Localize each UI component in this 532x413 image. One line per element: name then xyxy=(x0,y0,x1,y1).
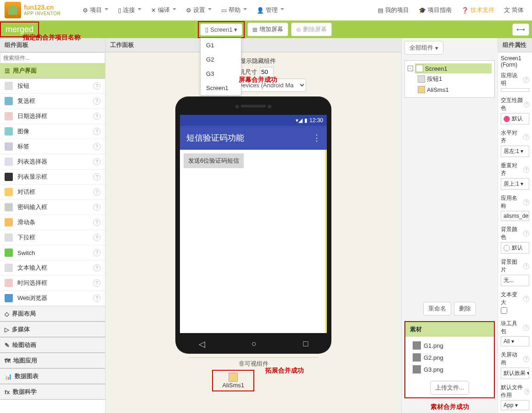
app-body: 发送6位验证码短信 xyxy=(180,150,327,333)
palette-item-button[interactable]: 按钮? xyxy=(0,79,105,94)
palette-item-textbox[interactable]: 文本输入框? xyxy=(0,260,105,276)
screen-option-g3[interactable]: G3 xyxy=(201,67,241,81)
top-navbar: fun123.cn APP INVENTOR ⚙ 项目 ▯ 连接 ✕ 编译 ⚙ … xyxy=(0,0,532,21)
status-time: 12:30 xyxy=(309,117,323,124)
media-item-g2[interactable]: G2.png xyxy=(408,351,491,363)
all-components-button[interactable]: 全部组件 ▾ xyxy=(404,41,443,55)
property-label: 背景图片 ? xyxy=(501,258,529,274)
property-label: 关屏动画 ? xyxy=(501,351,529,367)
palette-item-webviewer[interactable]: Web浏览器? xyxy=(0,291,105,306)
palette-item-listpicker[interactable]: 列表选择器? xyxy=(0,154,105,170)
image-icon xyxy=(413,365,421,373)
app-bar: 短信验证码功能 ⋮ xyxy=(180,126,327,150)
property-label: 交互性颜色 ? xyxy=(501,96,529,112)
tree-node-alisms1[interactable]: AliSms1 xyxy=(417,85,492,95)
palette-ui-list: 按钮? 复选框? 日期选择框? 图像? 标签? 列表选择器? 列表显示框? 对话… xyxy=(0,79,105,306)
property-control[interactable] xyxy=(501,88,529,92)
palette-search-input[interactable] xyxy=(0,52,105,63)
upload-file-button[interactable]: 上传文件... xyxy=(430,381,469,395)
category-data[interactable]: fx 数据科学 xyxy=(0,384,105,400)
phone-screen: ▾◢ ▮ 12:30 短信验证码功能 ⋮ 发送6位验证码短信 xyxy=(180,115,327,333)
menu-help[interactable]: ▭ 帮助 xyxy=(218,3,251,17)
property-control[interactable] xyxy=(501,307,507,314)
category-media[interactable]: ▷ 多媒体 xyxy=(0,322,105,337)
palette-item-notifier[interactable]: 对话框? xyxy=(0,185,105,200)
property-control[interactable]: App ▾ xyxy=(501,400,529,410)
property-control[interactable]: 居上:1 ▾ xyxy=(501,178,529,190)
palette-item-datepicker[interactable]: 日期选择框? xyxy=(0,109,105,124)
palette-item-listview[interactable]: 列表显示框? xyxy=(0,170,105,185)
category-layout[interactable]: ◇ 界面布局 xyxy=(0,306,105,322)
rename-button[interactable]: 重命名 xyxy=(423,302,451,316)
menu-my-projects[interactable]: ▤ 我的项目 xyxy=(374,3,413,17)
extension-icon xyxy=(229,373,238,382)
screen-selector-button[interactable]: ▯ Screen1 ▾ xyxy=(200,23,242,36)
property-label: 应用名称 ? xyxy=(501,194,529,210)
palette-item-checkbox[interactable]: 复选框? xyxy=(0,94,105,109)
media-panel: 素材 G1.png G2.png G3.png 上传文件... xyxy=(404,321,495,398)
property-control[interactable]: 默认 xyxy=(501,242,529,254)
property-control[interactable]: All ▾ xyxy=(501,336,529,346)
palette-item-label[interactable]: 标签? xyxy=(0,139,105,154)
add-screen-button[interactable]: ⊞ 增加屏幕 xyxy=(247,23,288,36)
property-control[interactable]: alisms_demo xyxy=(501,211,529,221)
property-row: 应用名称 ?alisms_demo xyxy=(501,194,529,221)
selected-component-label: Screen1 (Form) xyxy=(501,55,529,68)
sms-button[interactable]: 发送6位验证码短信 xyxy=(184,153,244,168)
logo[interactable]: fun123.cn APP INVENTOR xyxy=(5,2,61,18)
media-item-g3[interactable]: G3.png xyxy=(408,363,491,375)
annotation-media: 素材合并成功 xyxy=(402,401,498,413)
category-drawing[interactable]: ✎ 绘图动画 xyxy=(0,337,105,353)
remove-screen-button[interactable]: ⊖ 删除屏幕 xyxy=(291,23,332,36)
tree-node-button1[interactable]: 按钮1 xyxy=(417,74,492,85)
delete-button[interactable]: 删除 xyxy=(454,302,476,316)
nonvisible-component[interactable]: AliSms1 xyxy=(212,370,254,391)
palette-panel: 组件面板 ☰ 用户界面 按钮? 复选框? 日期选择框? 图像? 标签? 列表选择… xyxy=(0,38,106,413)
overflow-icon[interactable]: ⋮ xyxy=(313,133,320,143)
component-tree: − Screen1 按钮1 AliSms1 xyxy=(405,61,494,97)
menu-support[interactable]: ❓ 技术支持 xyxy=(458,3,498,17)
property-control[interactable]: 默认 xyxy=(501,113,529,124)
property-row: 水平对齐 ?居左:1 ▾ xyxy=(501,129,529,157)
property-control[interactable]: 默认效果 ▾ xyxy=(501,368,529,379)
property-label: 水平对齐 ? xyxy=(501,129,529,145)
menu-settings[interactable]: ⚙ 设置 xyxy=(182,3,215,17)
media-item-g1[interactable]: G1.png xyxy=(408,339,491,351)
palette-item-spinner[interactable]: 下拉框? xyxy=(0,230,105,245)
nav-back-icon: ◁ xyxy=(199,339,205,349)
phone-size-input[interactable] xyxy=(260,67,274,77)
nonvisible-section: 非可视组件 AliSms1 拓展合并成功 xyxy=(119,357,387,391)
palette-item-timepicker[interactable]: 时间选择框? xyxy=(0,276,105,291)
menu-admin[interactable]: 👤 管理 xyxy=(253,3,288,17)
category-ui[interactable]: ☰ 用户界面 xyxy=(0,63,105,79)
status-bar: ▾◢ ▮ 12:30 xyxy=(180,115,327,126)
screen-dropdown: G1 G2 G3 Screen1 xyxy=(200,38,241,96)
menu-project[interactable]: ⚙ 项目 xyxy=(79,3,112,17)
screen-option-g1[interactable]: G1 xyxy=(201,38,241,52)
screen-option-screen1[interactable]: Screen1 xyxy=(201,81,241,95)
palette-item-switch[interactable]: Switch? xyxy=(0,245,105,260)
palette-item-image[interactable]: 图像? xyxy=(0,124,105,139)
menu-guide[interactable]: 🎓 项目指南 xyxy=(415,3,455,17)
tree-collapse-icon[interactable]: − xyxy=(408,66,413,71)
property-label: 块工具包 ? xyxy=(501,320,529,335)
image-icon xyxy=(413,341,421,350)
tree-node-screen1[interactable]: Screen1 xyxy=(415,63,492,74)
annotation-extension: 拓展合并成功 xyxy=(265,367,304,375)
category-charts[interactable]: 📊 数据图表 xyxy=(0,368,105,384)
property-control[interactable]: 居左:1 ▾ xyxy=(501,146,529,157)
category-maps[interactable]: 🗺 地图应用 xyxy=(0,353,105,368)
menu-language[interactable]: 文 简体 xyxy=(500,3,527,17)
main-area: 组件面板 ☰ 用户界面 按钮? 复选框? 日期选择框? 图像? 标签? 列表选择… xyxy=(0,38,532,413)
property-row: 应用说明 ? xyxy=(501,72,529,92)
battery-icon: ▮ xyxy=(304,117,308,124)
menu-connect[interactable]: ▯ 连接 xyxy=(114,3,145,17)
phone-mockup: ▾◢ ▮ 12:30 短信验证码功能 ⋮ 发送6位验证码短信 ◁ ○ □ xyxy=(175,96,331,354)
palette-item-slider[interactable]: 滑动条? xyxy=(0,215,105,230)
palette-item-password[interactable]: 密码输入框? xyxy=(0,200,105,215)
property-control[interactable]: 无... xyxy=(501,275,529,286)
logo-text-2: APP INVENTOR xyxy=(24,11,61,16)
designer-toggle-button[interactable]: ⟷ xyxy=(512,23,529,36)
menu-build[interactable]: ✕ 编译 xyxy=(147,3,180,17)
screen-option-g2[interactable]: G2 xyxy=(201,52,241,67)
